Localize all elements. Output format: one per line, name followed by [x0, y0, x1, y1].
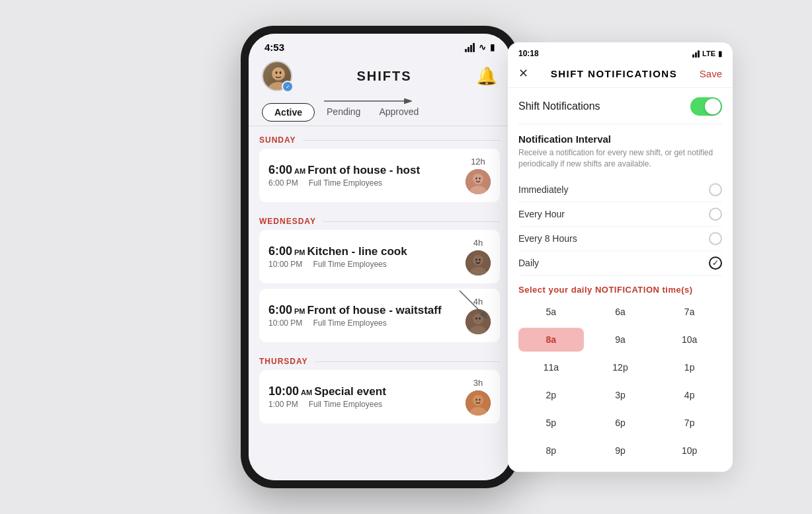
shift-sub-info: 10:00 PM Full Time Employees [268, 260, 466, 269]
time-slot-12p[interactable]: 12p [588, 355, 653, 379]
time-slot-6p[interactable]: 6p [588, 411, 653, 435]
toggle-label: Shift Notifications [518, 100, 600, 112]
radio-circle-daily[interactable] [709, 256, 722, 270]
wifi-icon: ∿ [479, 42, 486, 52]
shift-right: 3h [466, 378, 491, 416]
time-slot-8p[interactable]: 8p [518, 439, 584, 462]
time-slot-8a[interactable]: 8a [518, 328, 584, 351]
section-title: Notification Interval [518, 133, 722, 145]
tab-approved[interactable]: Approved [370, 103, 428, 122]
shift-avatar [466, 390, 491, 416]
radio-circle-every-hour[interactable] [709, 207, 722, 221]
shift-start-time: 6:00 PM Kitchen - line cook [268, 244, 466, 258]
tab-pending[interactable]: Pending [317, 103, 370, 122]
battery-icon: ▮ [490, 42, 495, 52]
shift-item[interactable]: 6:00 AM Front of house - host 6:00 PM Fu… [259, 149, 500, 202]
radio-label-daily: Daily [518, 258, 539, 268]
shifts-list: SUNDAY 6:00 AM Front of house - host 6:0… [249, 126, 510, 480]
radio-row-every-hour[interactable]: Every Hour [518, 202, 722, 227]
notif-status-icons: LTE ▮ [692, 50, 722, 58]
svg-point-24 [479, 398, 480, 400]
phone-status-bar: 4:53 ∿ ▮ [249, 34, 510, 55]
time-slot-3p[interactable]: 3p [588, 383, 653, 407]
svg-point-4 [280, 71, 282, 74]
time-slot-1p[interactable]: 1p [657, 355, 722, 379]
svg-point-6 [473, 174, 483, 184]
time-slot-5p[interactable]: 5p [518, 411, 584, 435]
radio-row-every-8-hours[interactable]: Every 8 Hours [518, 227, 722, 251]
svg-point-16 [473, 314, 483, 324]
time-slot-7p[interactable]: 7p [657, 411, 722, 435]
shift-right: 4h [466, 238, 491, 275]
notif-header: ✕ SHIFT NOTIFICATIONS Save [508, 61, 733, 88]
radio-row-immediately[interactable]: Immediately [518, 178, 722, 202]
shift-item[interactable]: 6:00 PM Kitchen - line cook 10:00 PM Ful… [259, 230, 500, 283]
shift-right: 12h [466, 157, 491, 194]
time-slot-9a[interactable]: 9a [588, 328, 653, 351]
shift-info: 6:00 AM Front of house - host 6:00 PM Fu… [268, 163, 466, 188]
phone-header: ✓ SHIFTS 🔔 [249, 55, 510, 99]
radio-circle-immediately[interactable] [709, 183, 722, 196]
phone-screen: 4:53 ∿ ▮ [249, 34, 510, 480]
time-slot-7a[interactable]: 7a [657, 300, 722, 324]
time-slot-6a[interactable]: 6a [588, 300, 653, 324]
svg-point-23 [475, 398, 477, 400]
shift-start-time: 10:00 AM Special event [268, 385, 466, 398]
time-slot-4p[interactable]: 4p [657, 383, 722, 407]
shift-avatar [466, 169, 491, 194]
notif-body: Shift Notifications Notification Interva… [508, 88, 733, 472]
svg-point-8 [475, 177, 477, 179]
notif-panel-title: SHIFT NOTIFICATIONS [551, 68, 678, 79]
day-header-sunday: SUNDAY [259, 126, 500, 149]
time-slot-9p[interactable]: 9p [588, 439, 653, 462]
user-avatar-container: ✓ [262, 61, 292, 91]
bell-icon[interactable]: 🔔 [476, 66, 497, 87]
time-slot-10p[interactable]: 10p [657, 439, 722, 462]
phone: 4:53 ∿ ▮ [241, 26, 518, 488]
svg-point-21 [473, 395, 483, 406]
shift-info: 6:00 PM Front of house - waitstaff 10:00… [268, 303, 466, 328]
svg-point-14 [479, 258, 480, 260]
svg-point-19 [479, 317, 480, 319]
tab-active[interactable]: Active [262, 103, 315, 122]
notification-panel: 10:18 LTE ▮ ✕ SHIFT NOTIFICATIONS Save S… [508, 42, 733, 472]
notif-status-bar: 10:18 LTE ▮ [508, 42, 733, 61]
notif-battery-icon: ▮ [718, 50, 722, 58]
avatar-badge: ✓ [282, 81, 294, 92]
svg-point-11 [473, 255, 483, 266]
phone-status-icons: ∿ ▮ [465, 42, 495, 52]
shift-item[interactable]: 10:00 AM Special event 1:00 PM Full Time… [259, 370, 500, 423]
notif-time: 10:18 [518, 49, 539, 58]
shift-info: 6:00 PM Kitchen - line cook 10:00 PM Ful… [268, 244, 466, 269]
time-slot-2p[interactable]: 2p [518, 383, 584, 407]
day-header-thursday: THURSDAY [259, 348, 500, 370]
time-slot-11a[interactable]: 11a [518, 355, 584, 379]
section-desc: Receive a notification for every new shi… [518, 147, 722, 170]
signal-icon [465, 43, 475, 52]
shift-info: 10:00 AM Special event 1:00 PM Full Time… [268, 385, 466, 409]
radio-circle-every-8-hours[interactable] [709, 232, 722, 245]
shift-sub-info: 1:00 PM Full Time Employees [268, 400, 466, 409]
day-header-wednesday: WEDNESDAY [259, 207, 500, 230]
time-grid: 5a6a7a8a9a10a11a12p1p2p3p4p5p6p7p8p9p10p [518, 300, 722, 462]
svg-point-3 [276, 71, 278, 74]
radio-label-every-hour: Every Hour [518, 209, 565, 219]
shift-item[interactable]: 6:00 PM Front of house - waitstaff 10:00… [259, 289, 500, 342]
notification-interval-section: Notification Interval Receive a notifica… [518, 133, 722, 275]
svg-point-13 [475, 258, 477, 260]
radio-label-immediately: Immediately [518, 184, 568, 195]
shift-sub-info: 6:00 PM Full Time Employees [268, 178, 466, 188]
time-slot-5a[interactable]: 5a [518, 300, 584, 324]
radio-row-daily[interactable]: Daily [518, 251, 722, 275]
scene: 4:53 ∿ ▮ [0, 0, 812, 514]
shift-sub-info: 10:00 PM Full Time Employees [268, 318, 466, 328]
shift-avatar [466, 250, 491, 275]
shift-notifications-toggle[interactable] [690, 97, 722, 116]
daily-select-title: Select your daily NOTIFICATION time(s) [518, 285, 722, 295]
shift-start-time: 6:00 PM Front of house - waitstaff [268, 303, 466, 317]
time-slot-10a[interactable]: 10a [657, 328, 722, 351]
close-button[interactable]: ✕ [518, 66, 528, 81]
tab-bar: Active Pending Approved [249, 99, 510, 126]
shift-avatar [466, 309, 491, 334]
save-button[interactable]: Save [700, 68, 722, 79]
